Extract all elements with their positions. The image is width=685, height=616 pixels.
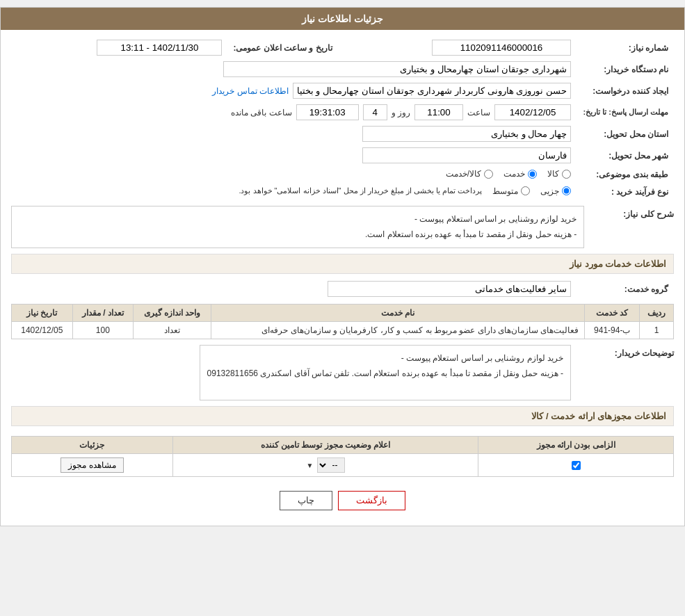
deadline-time-field[interactable] (414, 104, 463, 120)
back-button[interactable]: بازگشت (338, 491, 405, 510)
license-row: -- ▼ مشاهده مجوز (12, 454, 674, 477)
col-header-unit: واحد اندازه گیری (134, 305, 211, 322)
announce-label: تاریخ و ساعت اعلان عمومی: (227, 37, 337, 58)
buyer-org-label: نام دستگاه خریدار: (577, 58, 674, 80)
contact-link[interactable]: اطلاعات تماس خریدار (212, 86, 289, 96)
purchase-motavaset-option[interactable]: متوسط (492, 186, 530, 196)
category-kala-option[interactable]: کالا (547, 169, 571, 179)
description-box: خرید لوازم روشنایی بر اساس استعلام پیوست… (11, 206, 584, 248)
col-header-qty: تعداد / مقدار (72, 305, 133, 322)
category-kala-khedmat-option[interactable]: کالا/خدمت (446, 169, 493, 179)
view-license-button[interactable]: مشاهده مجوز (61, 457, 123, 473)
footer-buttons: بازگشت چاپ (11, 483, 674, 519)
deadline-remain-field[interactable] (296, 104, 359, 120)
service-group-field[interactable] (328, 281, 571, 297)
creator-field[interactable] (293, 83, 571, 99)
print-button[interactable]: چاپ (280, 491, 332, 510)
col-header-date: تاریخ نیاز (12, 305, 73, 322)
deadline-time-label: ساعت (467, 108, 490, 117)
purchase-jozvi-option[interactable]: جزیی (540, 186, 571, 196)
purchase-type-group: جزیی متوسط پرداخت تمام یا بخشی از مبلغ خ… (239, 186, 571, 196)
tender-number-label: شماره نیاز: (577, 37, 674, 58)
category-khedmat-radio[interactable] (528, 170, 537, 179)
purchase-jozvi-radio[interactable] (562, 186, 571, 195)
cell-qty: 100 (72, 322, 133, 339)
services-table: ردیف کد خدمت نام خدمت واحد اندازه گیری ت… (11, 304, 674, 339)
col-header-rownum: ردیف (640, 305, 674, 322)
cell-date: 1402/12/05 (12, 322, 73, 339)
deadline-label: مهلت ارسال پاسخ: تا تاریخ: (577, 102, 674, 123)
deadline-days-label: روز و (392, 108, 410, 117)
category-label: طبقه بندی موضوعی: (577, 166, 674, 184)
required-checkbox-cell (484, 461, 668, 470)
purchase-motavaset-radio[interactable] (521, 186, 530, 195)
dropdown-icon: ▼ (307, 462, 314, 469)
buyer-notes-label: توضیحات خریدار: (577, 345, 674, 358)
table-row: 1 ب-94-941 فعالیت‌های سازمان‌های دارای ع… (12, 322, 674, 339)
page-header: جزئیات اطلاعات نیاز (1, 8, 684, 30)
cell-rownum: 1 (640, 322, 674, 339)
required-checkbox[interactable] (572, 461, 581, 470)
creator-label: ایجاد کننده درخواست: (577, 80, 674, 102)
buyer-notes-line2: - هزینه حمل ونقل از مقصد تا مبدأ به عهده… (207, 366, 563, 382)
info-table: شماره نیاز: تاریخ و ساعت اعلان عمومی: نا… (11, 37, 674, 200)
services-header: اطلاعات خدمات مورد نیاز (11, 254, 674, 274)
province-field[interactable] (362, 126, 571, 142)
col-header-code: کد خدمت (585, 305, 640, 322)
service-group-label: گروه خدمت: (577, 278, 674, 300)
cell-unit: تعداد (134, 322, 211, 339)
col-required: الزامی بودن ارائه مجوز (478, 437, 674, 454)
buyer-org-field[interactable] (223, 61, 571, 77)
deadline-days-field[interactable] (363, 104, 387, 120)
province-label: استان محل تحویل: (577, 123, 674, 145)
description-label: شرح کلی نیاز: (590, 206, 674, 219)
description-line2: - هزینه حمل ونقل از مقصد تا مبدأ به عهده… (19, 227, 577, 243)
purchase-type-label: نوع فرآیند خرید : (577, 184, 674, 201)
cell-code: ب-94-941 (585, 322, 640, 339)
deadline-remain-label: ساعت باقی مانده (231, 108, 292, 117)
buyer-notes-line1: خرید لوازم روشنایی بر اساس استعلام پیوست… (207, 351, 563, 366)
city-field[interactable] (362, 147, 571, 163)
category-kala-khedmat-radio[interactable] (484, 170, 493, 179)
buyer-notes-box: خرید لوازم روشنایی بر اساس استعلام پیوست… (200, 345, 571, 400)
deadline-date-field[interactable] (494, 104, 571, 120)
category-khedmat-option[interactable]: خدمت (503, 169, 537, 179)
city-label: شهر محل تحویل: (577, 145, 674, 166)
license-title: اطلاعات مجوزهای ارائه خدمت / کالا (11, 406, 674, 426)
license-section: اطلاعات مجوزهای ارائه خدمت / کالا الزامی… (11, 406, 674, 477)
col-details: جزئیات (12, 437, 173, 454)
category-kala-radio[interactable] (562, 170, 571, 179)
purchase-note: پرداخت تمام یا بخشی از مبلغ خریدار از مح… (239, 186, 482, 196)
category-radio-group: کالا خدمت کالا/خدمت (446, 169, 571, 179)
col-header-name: نام خدمت (211, 305, 585, 322)
license-table: الزامی بودن ارائه مجوز اعلام وضعیت مجوز … (11, 436, 674, 477)
col-status: اعلام وضعیت مجوز توسط تامین کننده (172, 437, 478, 454)
services-section: اطلاعات خدمات مورد نیاز گروه خدمت: ردیف … (11, 254, 674, 339)
cell-service-name: فعالیت‌های سازمان‌های دارای عضو مربوط به… (211, 322, 585, 339)
status-select[interactable]: -- (317, 457, 345, 473)
description-line1: خرید لوازم روشنایی بر اساس استعلام پیوست… (19, 212, 577, 227)
service-group-table: گروه خدمت: (11, 278, 674, 300)
page-title: جزئیات اطلاعات نیاز (302, 13, 383, 24)
announce-field[interactable] (97, 40, 222, 56)
tender-number-field[interactable] (432, 40, 571, 56)
